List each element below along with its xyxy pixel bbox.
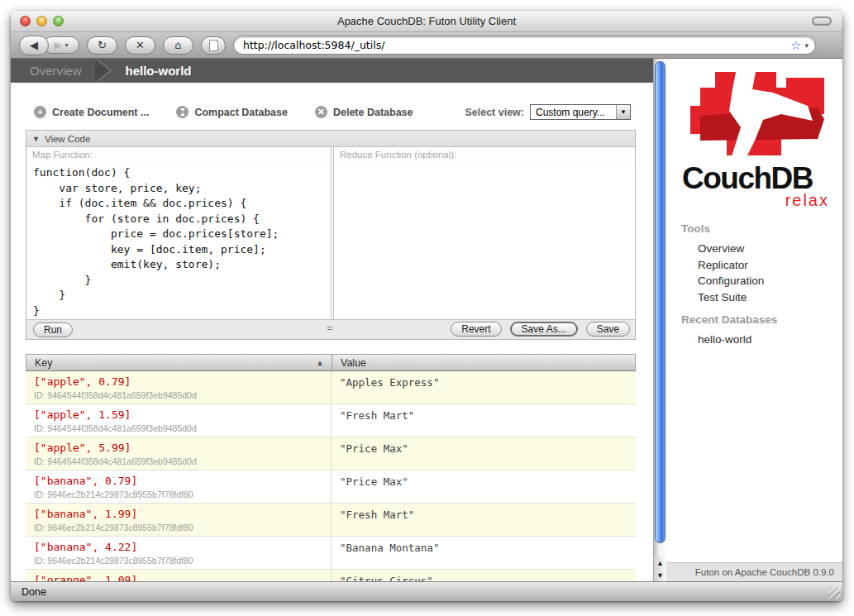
run-button[interactable]: Run: [33, 322, 73, 337]
breadcrumb-current-db: hello-world: [126, 64, 192, 78]
row-key[interactable]: ["apple", 0.79]: [34, 375, 322, 388]
url-text[interactable]: http://localhost:5984/_utils/: [243, 39, 790, 51]
page-content: Overview hello-world + Create Document .: [11, 59, 842, 581]
dropdown-arrow-icon[interactable]: ▼: [616, 105, 630, 119]
view-select-dropdown[interactable]: Custom query... ▼: [530, 104, 631, 120]
row-key[interactable]: ["apple", 1.59]: [34, 408, 322, 421]
reduce-function-label: Reduce Function (optional):: [334, 147, 635, 162]
breadcrumb-chevron-icon: [95, 59, 115, 83]
stop-button[interactable]: ✕: [125, 36, 155, 55]
home-button[interactable]: ⌂: [163, 36, 193, 55]
sidebar-item-hello-world[interactable]: hello-world: [698, 332, 842, 348]
row-key[interactable]: ["banana", 1.99]: [34, 508, 322, 520]
scroll-down-button[interactable]: ▼: [654, 569, 666, 581]
vertical-scrollbar[interactable]: ▲ ▼: [653, 59, 666, 581]
row-key[interactable]: ["orange", 1.09]: [34, 574, 322, 581]
address-bar[interactable]: http://localhost:5984/_utils/ ☆ ▾: [233, 36, 816, 55]
scrollbar-track[interactable]: [654, 59, 666, 556]
row-value: "Fresh Mart": [331, 404, 636, 437]
forward-arrow-icon: ▶: [54, 39, 62, 51]
window-controls: [20, 16, 64, 26]
row-value: "Citrus Circus": [331, 570, 636, 581]
status-bar: Done: [11, 581, 842, 601]
document-icon: [209, 40, 218, 51]
sidebar-item-test-suite[interactable]: Test Suite: [698, 289, 842, 306]
table-row[interactable]: ["banana", 0.79] ID: 9646ec2b214c29873c8…: [26, 470, 636, 504]
map-function-editor[interactable]: function(doc) { var store, price, key; i…: [26, 162, 331, 319]
resize-grip[interactable]: [828, 587, 840, 599]
page-proxy-button[interactable]: [201, 36, 226, 55]
row-doc-id: ID: 9464544f358d4c481a659f3eb9485d0d: [34, 390, 322, 400]
table-row[interactable]: ["apple", 5.99] ID: 9464544f358d4c481a65…: [26, 437, 636, 470]
table-row[interactable]: ["banana", 4.22] ID: 9646ec2b214c29873c8…: [26, 537, 636, 570]
sidebar-item-replicator[interactable]: Replicator: [698, 257, 842, 274]
reduce-function-editor[interactable]: [334, 162, 635, 319]
window-zoom-button[interactable]: [53, 16, 64, 26]
status-text: Done: [21, 586, 46, 598]
reload-icon: ↻: [98, 39, 107, 51]
scrollbar-thumb[interactable]: [655, 61, 666, 543]
delete-database-button[interactable]: ✕ Delete Database: [315, 106, 413, 118]
logo-title: CouchDB: [682, 164, 831, 193]
reload-button[interactable]: ↻: [87, 36, 117, 55]
browser-toolbar: ◀ ▶▾ ↻ ✕ ⌂ http://localhost:5984/_utils/…: [11, 32, 842, 59]
create-document-button[interactable]: + Create Document ...: [34, 106, 149, 118]
table-header: Key ▲ Value: [26, 354, 636, 371]
couchdb-logo-graphic: [682, 68, 831, 159]
table-row[interactable]: ["banana", 1.99] ID: 9646ec2b214c29873c8…: [26, 504, 636, 537]
sidebar-item-configuration[interactable]: Configuration: [698, 273, 842, 289]
sidebar: CouchDB relax Tools Overview Replicator …: [666, 59, 842, 581]
row-doc-id: ID: 9646ec2b214c29873c8955b7f78fdf80: [34, 489, 322, 499]
row-value: "Price Max": [331, 470, 636, 503]
window-close-button[interactable]: [20, 16, 31, 26]
row-doc-id: ID: 9464544f358d4c481a659f3eb9485d0d: [34, 456, 322, 466]
row-key[interactable]: ["apple", 5.99]: [34, 442, 322, 454]
value-column-header[interactable]: Value: [332, 355, 635, 370]
collapse-triangle-icon: ▼: [32, 135, 40, 143]
window-title: Apache CouchDB: Futon Utility Client: [11, 15, 842, 27]
address-dropdown-icon[interactable]: ▾: [804, 41, 809, 50]
view-code-panel: ▼ View Code Map Function: function(doc) …: [26, 130, 636, 340]
futon-version: Futon on Apache CouchDB 0.9.0: [666, 562, 842, 581]
window-titlebar: Apache CouchDB: Futon Utility Client: [11, 11, 842, 32]
save-as-button[interactable]: Save As...: [510, 322, 578, 337]
compact-circle-icon: [176, 106, 188, 118]
row-value: "Price Max": [331, 437, 636, 470]
row-key[interactable]: ["banana", 0.79]: [34, 475, 322, 487]
resize-grippie[interactable]: =: [327, 322, 333, 334]
view-code-toggle[interactable]: ▼ View Code: [26, 131, 635, 147]
sidebar-nav: Tools Overview Replicator Configuration …: [666, 222, 842, 348]
browser-window: Apache CouchDB: Futon Utility Client ◀ ▶…: [11, 11, 842, 601]
table-row[interactable]: ["orange", 1.09] "Citrus Circus": [26, 570, 636, 581]
main-column: Overview hello-world + Create Document .: [11, 59, 653, 581]
toolbar-toggle-button[interactable]: [812, 17, 832, 26]
select-view-label: Select view:: [465, 107, 524, 118]
stop-icon: ✕: [136, 39, 145, 51]
futon-page: + Create Document ... Compact Database ✕…: [11, 83, 653, 581]
key-column-header[interactable]: Key ▲: [26, 355, 332, 370]
view-code-label: View Code: [45, 134, 90, 144]
breadcrumb: Overview hello-world: [11, 59, 653, 83]
window-minimize-button[interactable]: [36, 16, 47, 26]
history-dropdown-icon[interactable]: ▾: [64, 41, 68, 49]
breadcrumb-overview-link[interactable]: Overview: [30, 64, 82, 78]
row-doc-id: ID: 9464544f358d4c481a659f3eb9485d0d: [34, 423, 322, 433]
row-value: "Apples Express": [331, 371, 636, 404]
table-row[interactable]: ["apple", 0.79] ID: 9464544f358d4c481a65…: [26, 371, 636, 404]
row-key[interactable]: ["banana", 4.22]: [34, 541, 322, 553]
scroll-up-button[interactable]: ▲: [654, 556, 666, 569]
row-doc-id: ID: 9646ec2b214c29873c8955b7f78fdf80: [34, 523, 322, 532]
recent-databases-heading: Recent Databases: [681, 313, 842, 326]
view-code-footer: Run = Revert Save As... Save: [26, 319, 635, 339]
table-row[interactable]: ["apple", 1.59] ID: 9464544f358d4c481a65…: [26, 404, 636, 437]
back-button[interactable]: ◀: [19, 36, 49, 55]
sidebar-item-overview[interactable]: Overview: [698, 241, 842, 257]
compact-database-button[interactable]: Compact Database: [176, 106, 288, 118]
couchdb-logo[interactable]: CouchDB relax: [682, 68, 831, 208]
home-icon: ⌂: [174, 39, 181, 51]
bookmark-star-icon[interactable]: ☆: [790, 38, 801, 53]
x-circle-icon: ✕: [315, 106, 327, 118]
sort-ascending-icon[interactable]: ▲: [316, 358, 324, 367]
save-button[interactable]: Save: [586, 322, 630, 337]
revert-button[interactable]: Revert: [451, 322, 501, 337]
